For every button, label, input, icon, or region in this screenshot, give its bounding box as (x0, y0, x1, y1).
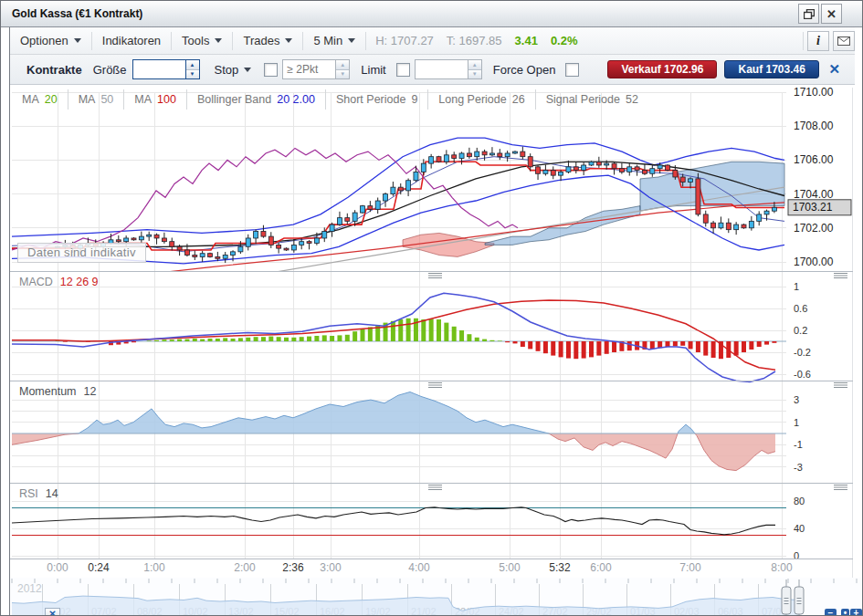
window-title: Gold Kassa (€1 Kontrakt) (1, 7, 142, 20)
restore-window-button[interactable] (798, 4, 819, 24)
svg-text:8:00: 8:00 (771, 561, 793, 574)
toolbar-separator (803, 32, 804, 50)
groesse-spinner[interactable]: ▲▼ (185, 59, 200, 79)
groesse-label: Größe (93, 63, 127, 77)
svg-text:-1: -1 (794, 439, 803, 450)
stop-stepper: ▲▼ (282, 59, 350, 79)
force-open-checkbox[interactable] (565, 63, 579, 77)
close-icon: ✕ (826, 7, 837, 21)
svg-text:0.2: 0.2 (794, 325, 807, 336)
menu-optionen[interactable]: Optionen (10, 27, 91, 54)
momentum-panel-label[interactable]: Momentum12 (19, 385, 96, 398)
svg-text:-0.6: -0.6 (794, 369, 811, 380)
chevron-down-icon (285, 38, 292, 43)
limit-spinner[interactable]: ▲▼ (468, 59, 482, 79)
svg-text:5:32: 5:32 (549, 561, 571, 574)
mail-button[interactable] (833, 31, 855, 51)
toolbar-separator (365, 32, 366, 50)
menu-trades[interactable]: Trades (233, 27, 302, 54)
svg-text:0:00: 0:00 (47, 561, 68, 574)
legend-bollinger[interactable]: Bollinger Band20 2.00 (187, 89, 326, 110)
order-entry-bar: Kontrakte Größe ▲▼ Stop ▲▼ Limit ▲▼ Forc… (10, 55, 855, 85)
legend-ma100[interactable]: MA100 (124, 89, 187, 110)
stop-checkbox[interactable] (264, 63, 278, 77)
svg-text:40: 40 (794, 523, 805, 534)
legend-ma50[interactable]: MA50 (68, 89, 125, 110)
svg-text:-0.2: -0.2 (794, 347, 811, 358)
svg-text:4:00: 4:00 (408, 561, 430, 574)
indicator-legend: MA20 MA50 MA100 Bollinger Band20 2.00 Sh… (12, 89, 648, 110)
quote-high: H: 1707.27 (375, 34, 434, 47)
sell-button[interactable]: Verkauf 1702.96 (607, 60, 717, 78)
svg-text:2:00: 2:00 (234, 561, 256, 574)
app-window: Gold Kassa (€1 Kontrakt) ✕ Optionen Indi… (0, 0, 863, 616)
title-bar: Gold Kassa (€1 Kontrakt) (1, 1, 863, 27)
groesse-input[interactable] (132, 59, 185, 79)
svg-text:6:00: 6:00 (590, 561, 612, 574)
svg-text:1:00: 1:00 (143, 561, 165, 574)
limit-checkbox[interactable] (396, 63, 410, 77)
menu-tools[interactable]: Tools (172, 27, 232, 54)
svg-text:1706.00: 1706.00 (794, 153, 834, 166)
zoom-in-button[interactable]: + (850, 609, 862, 616)
stop-label: Stop (215, 63, 239, 77)
limit-label: Limit (361, 63, 385, 77)
quote-low: T: 1697.85 (447, 34, 502, 47)
svg-text:0: 0 (794, 550, 799, 561)
main-chart-canvas[interactable]: 1710.001708.001706.001704.001702.001700.… (10, 88, 853, 578)
close-order-bar-icon[interactable]: ✕ (828, 61, 840, 78)
quote-change-pct: 0.2% (551, 34, 578, 47)
quote-strip: H: 1707.27 T: 1697.85 3.41 0.2% (375, 34, 577, 47)
spinner-down-icon[interactable]: ▼ (336, 70, 349, 79)
svg-text:7:00: 7:00 (679, 561, 701, 574)
close-window-button[interactable]: ✕ (821, 4, 842, 24)
svg-text:3: 3 (794, 394, 799, 405)
info-icon: i (816, 34, 820, 48)
kontrakte-label: Kontrakte (26, 63, 82, 77)
limit-input[interactable] (415, 59, 468, 79)
svg-text:80: 80 (794, 496, 805, 506)
navigator-close-button[interactable]: ✕ (45, 608, 60, 616)
navigator-canvas[interactable]: 06/0207/0208/0210/0213/0215/0216/0219/02… (10, 578, 863, 616)
stop-spinner[interactable]: ▲▼ (335, 59, 350, 79)
spinner-down-icon[interactable]: ▼ (468, 70, 481, 79)
menu-indikatoren[interactable]: Indikatoren (92, 27, 171, 54)
rsi-panel-label[interactable]: RSI14 (19, 487, 58, 500)
groesse-stepper: ▲▼ (132, 59, 200, 79)
zoom-reset-button[interactable]: • (841, 609, 849, 616)
quote-change: 3.41 (515, 34, 538, 47)
legend-long-periode[interactable]: Long Periode26 (428, 89, 535, 110)
spinner-up-icon[interactable]: ▲ (336, 60, 349, 70)
spinner-up-icon[interactable]: ▲ (468, 60, 481, 70)
svg-text:1700.00: 1700.00 (794, 256, 834, 268)
time-range-navigator: 06/0207/0208/0210/0213/0215/0216/0219/02… (10, 578, 863, 616)
legend-ma20[interactable]: MA20 (12, 89, 68, 110)
menu-timeframe[interactable]: 5 Min (303, 27, 365, 54)
svg-text:-3: -3 (794, 462, 803, 473)
svg-text:1702.00: 1702.00 (794, 222, 834, 235)
legend-short-periode[interactable]: Short Periode9 (326, 89, 428, 110)
svg-text:0:24: 0:24 (88, 561, 110, 574)
navigator-year-label: 2012 (17, 582, 42, 595)
chevron-down-icon (74, 38, 81, 43)
restore-icon (804, 9, 815, 19)
buy-button[interactable]: Kauf 1703.46 (724, 60, 818, 78)
svg-text:1: 1 (794, 417, 799, 428)
svg-text:1: 1 (794, 281, 799, 292)
info-button[interactable]: i (807, 31, 829, 51)
toolbar-right-buttons: i (803, 27, 855, 54)
stop-input[interactable] (282, 59, 335, 79)
svg-text:2:36: 2:36 (282, 561, 304, 574)
svg-text:1704.00: 1704.00 (794, 188, 834, 201)
indicative-data-watermark: Daten sind indikativ (17, 243, 146, 263)
legend-signal-periode[interactable]: Signal Periode52 (536, 89, 648, 110)
svg-text:1710.00: 1710.00 (794, 88, 834, 99)
stop-chevron-icon[interactable] (244, 68, 251, 72)
spinner-down-icon[interactable]: ▼ (186, 70, 199, 79)
spinner-up-icon[interactable]: ▲ (186, 60, 199, 70)
zoom-out-button[interactable]: − (825, 609, 837, 616)
svg-text:5:00: 5:00 (499, 561, 521, 574)
force-open-label: Force Open (493, 63, 556, 77)
macd-panel-label[interactable]: MACD12 26 9 (19, 276, 99, 288)
chevron-down-icon (215, 38, 222, 43)
